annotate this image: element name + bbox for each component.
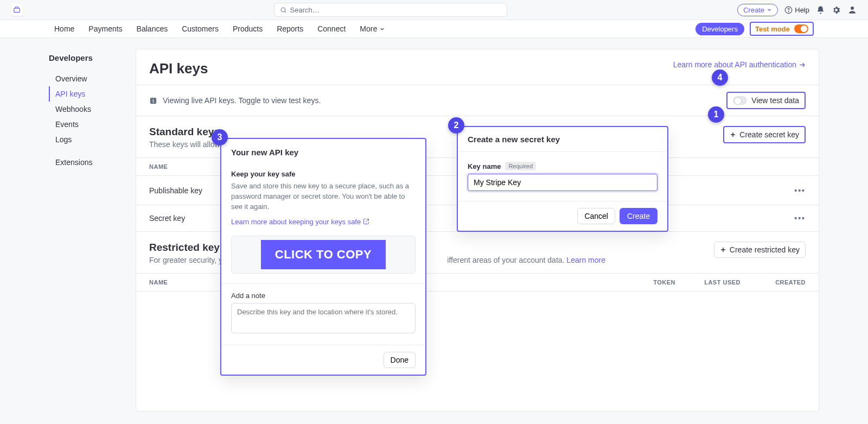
topbar: Search… Create Help <box>0 0 868 20</box>
svg-point-1 <box>281 8 285 12</box>
developers-badge[interactable]: Developers <box>695 23 744 35</box>
nav-connect[interactable]: Connect <box>317 24 346 33</box>
nav-more-label: More <box>360 24 377 33</box>
callout-3: 3 <box>212 129 228 145</box>
nav-products[interactable]: Products <box>233 24 263 33</box>
sidebar-item-events[interactable]: Events <box>49 117 136 132</box>
help-label: Help <box>795 6 809 14</box>
sidebar-item-webhooks[interactable]: Webhooks <box>49 102 136 117</box>
key-display-box: CLICK TO COPY <box>231 236 416 274</box>
create-label: Create <box>743 6 764 14</box>
info-icon: i <box>149 97 157 105</box>
create-button[interactable]: Create <box>737 4 778 16</box>
done-button[interactable]: Done <box>384 352 416 368</box>
toggle-off-icon <box>733 96 747 105</box>
key-name-input[interactable] <box>468 174 658 191</box>
sidebar-title: Developers <box>49 53 136 62</box>
key-name-label: Key name <box>468 162 501 170</box>
learn-keys-safe-link[interactable]: Learn more about keeping your keys safe <box>231 218 369 226</box>
chevron-down-icon <box>767 7 772 12</box>
dialog-title: Create a new secret key <box>458 127 667 152</box>
main-nav: Home Payments Balances Customers Product… <box>0 20 868 38</box>
nav-reports[interactable]: Reports <box>277 24 303 33</box>
callout-4: 4 <box>712 69 728 86</box>
restricted-learn-more[interactable]: Learn more <box>566 256 605 264</box>
profile-icon[interactable] <box>847 5 857 15</box>
nav-home[interactable]: Home <box>54 24 74 33</box>
svg-text:i: i <box>152 98 154 103</box>
keep-safe-text: Save and store this new key to a secure … <box>231 181 416 212</box>
create-button[interactable]: Create <box>620 208 658 224</box>
plus-icon <box>720 246 726 253</box>
nav-balances[interactable]: Balances <box>137 24 168 33</box>
sidebar-item-extensions[interactable]: Extensions <box>49 155 136 170</box>
toggle-on-icon <box>794 24 808 33</box>
svg-rect-0 <box>14 8 20 12</box>
nav-customers[interactable]: Customers <box>182 24 219 33</box>
view-test-toggle[interactable]: View test data <box>726 92 806 109</box>
notifications-icon[interactable] <box>816 5 825 15</box>
sidebar-item-api-keys[interactable]: API keys <box>49 86 136 102</box>
create-secret-key-button[interactable]: Create secret key <box>723 126 806 143</box>
create-secret-key-dialog: Create a new secret key Key name Require… <box>457 126 668 232</box>
note-textarea[interactable] <box>231 303 416 333</box>
keep-safe-heading: Keep your key safe <box>231 170 416 178</box>
add-note-label: Add a note <box>231 292 416 300</box>
plus-icon <box>730 131 736 138</box>
new-api-key-dialog: Your new API key Keep your key safe Save… <box>220 138 426 376</box>
test-mode-toggle[interactable]: Test mode <box>750 22 814 36</box>
notice-text: Viewing live API keys. Toggle to view te… <box>163 96 321 105</box>
nav-more[interactable]: More <box>360 24 385 33</box>
test-mode-label: Test mode <box>755 25 790 33</box>
settings-icon[interactable] <box>832 5 841 15</box>
nav-payments[interactable]: Payments <box>88 24 122 33</box>
search-input[interactable]: Search… <box>274 3 507 17</box>
callout-1: 1 <box>708 106 724 123</box>
standard-keys-heading: Standard keys <box>149 126 375 138</box>
arrow-right-icon <box>799 61 806 68</box>
sidebar-item-logs[interactable]: Logs <box>49 132 136 147</box>
learn-auth-label: Learn more about API authentication <box>673 60 796 69</box>
chevron-down-icon <box>379 26 385 32</box>
app-logo[interactable] <box>11 4 23 16</box>
learn-keys-label: Learn more about keeping your keys safe <box>231 218 361 226</box>
search-placeholder: Search… <box>290 6 320 14</box>
create-restricted-label: Create restricted key <box>730 245 800 254</box>
help-icon <box>784 6 793 14</box>
col-token: TOKEN <box>623 274 688 292</box>
restricted-desc-suffix: ifferent areas of your account data. <box>447 256 566 264</box>
view-test-label: View test data <box>751 96 799 105</box>
help-link[interactable]: Help <box>784 6 809 14</box>
cancel-button[interactable]: Cancel <box>577 208 615 224</box>
page-title: API keys <box>149 60 208 77</box>
sidebar-item-overview[interactable]: Overview <box>49 71 136 86</box>
external-link-icon <box>363 218 369 225</box>
create-restricted-key-button[interactable]: Create restricted key <box>714 242 806 258</box>
col-last-used: LAST USED <box>688 274 754 292</box>
required-badge: Required <box>505 162 536 170</box>
svg-point-5 <box>851 7 854 10</box>
svg-point-4 <box>788 11 789 12</box>
create-secret-label: Create secret key <box>739 130 799 139</box>
dialog-title: Your new API key <box>221 139 425 163</box>
learn-auth-link[interactable]: Learn more about API authentication <box>673 60 806 69</box>
sidebar: Developers Overview API keys Webhooks Ev… <box>49 49 136 412</box>
svg-line-2 <box>285 11 286 12</box>
col-created: CREATED <box>754 274 819 292</box>
callout-2: 2 <box>448 117 464 134</box>
click-to-copy-button[interactable]: CLICK TO COPY <box>261 240 386 269</box>
